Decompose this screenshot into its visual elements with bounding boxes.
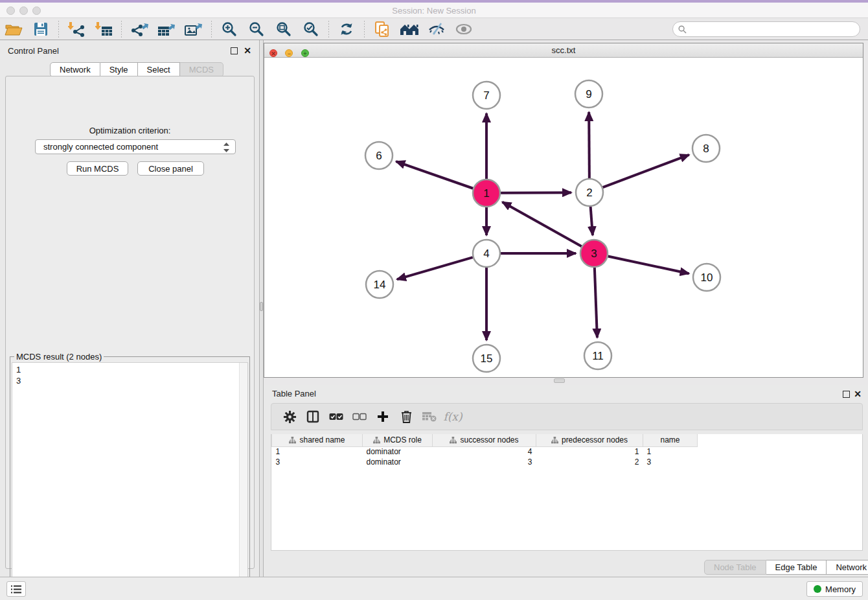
mcds-result-list[interactable]: 1 3	[12, 362, 248, 597]
close-panel-icon[interactable]: ✕	[244, 45, 251, 56]
toolbar-separator	[211, 21, 212, 38]
trash-icon	[401, 410, 412, 423]
table-cell[interactable]: 3	[433, 457, 536, 467]
edge-1-6[interactable]	[396, 161, 473, 189]
plus-icon	[377, 411, 389, 422]
column-header-name[interactable]: name	[643, 434, 698, 446]
close-panel-button[interactable]: Close panel	[137, 161, 204, 176]
export-network-button[interactable]	[128, 19, 151, 39]
vertical-splitter[interactable]	[259, 40, 264, 577]
node-label-10: 10	[701, 271, 713, 284]
table-panel: Table Panel ✕	[264, 385, 868, 577]
network-graph-canvas[interactable]: 7968124314101511	[264, 58, 863, 377]
memory-button[interactable]: Memory	[806, 581, 863, 597]
column-header-successor-nodes[interactable]: successor nodes	[433, 434, 536, 446]
close-table-panel-icon[interactable]: ✕	[854, 389, 862, 399]
node-table-grid[interactable]: shared nameMCDS rolesuccessor nodesprede…	[271, 434, 698, 467]
status-bar: Memory	[0, 577, 868, 600]
tab-mcds[interactable]: MCDS	[180, 62, 223, 77]
clone-network-button[interactable]	[371, 19, 394, 39]
zoom-out-icon	[249, 21, 264, 37]
zoom-in-button[interactable]	[218, 19, 241, 39]
zoom-out-button[interactable]	[245, 19, 268, 39]
edge-3-10[interactable]	[608, 257, 689, 274]
export-image-button[interactable]	[182, 19, 205, 39]
scrollbar-track[interactable]	[239, 363, 247, 596]
edge-2-8[interactable]	[603, 155, 689, 187]
node-label-2: 2	[586, 187, 592, 199]
horizontal-splitter-handle[interactable]	[554, 378, 565, 383]
splitter-handle[interactable]	[260, 302, 263, 311]
criterion-select[interactable]: strongly connected component	[35, 139, 236, 154]
search-input[interactable]	[687, 25, 849, 34]
zoom-fit-button[interactable]	[272, 19, 295, 39]
column-header-MCDS-role[interactable]: MCDS role	[363, 434, 433, 446]
refresh-button[interactable]	[335, 19, 358, 39]
memory-status-icon	[814, 585, 821, 593]
table-settings-button[interactable]	[278, 407, 301, 426]
float-panel-icon[interactable]	[231, 47, 238, 54]
table-cell[interactable]: 1	[272, 446, 363, 457]
node-label-4: 4	[483, 248, 489, 260]
edge-3-1[interactable]	[502, 202, 581, 247]
show-button[interactable]	[452, 19, 475, 39]
hide-button[interactable]	[425, 19, 448, 39]
delete-column-button[interactable]	[394, 407, 418, 426]
save-icon	[34, 22, 48, 36]
table-cell[interactable]: 4	[433, 446, 536, 457]
search-box[interactable]	[672, 21, 860, 37]
table-cell[interactable]: 1	[643, 446, 698, 457]
toolbar-separator	[121, 21, 122, 38]
node-label-7: 7	[483, 89, 489, 102]
edge-2-3[interactable]	[591, 207, 593, 235]
home-button[interactable]	[398, 19, 421, 39]
float-table-panel-icon[interactable]	[843, 391, 850, 398]
create-column-button[interactable]	[371, 407, 394, 426]
edge-2-9[interactable]	[589, 112, 589, 178]
show-columns-button[interactable]	[301, 407, 325, 426]
network-window-titlebar[interactable]: ✕ − + scc.txt	[264, 43, 863, 58]
import-table-button[interactable]	[92, 19, 115, 39]
select-all-rows-button[interactable]	[325, 407, 348, 426]
node-table: shared nameMCDS rolesuccessor nodesprede…	[271, 434, 863, 551]
toolbar-separator	[364, 21, 365, 38]
table-cell[interactable]: dominator	[363, 457, 433, 467]
run-mcds-button[interactable]: Run MCDS	[67, 161, 128, 176]
tab-style[interactable]: Style	[100, 62, 138, 77]
control-panel: Control Panel ✕ Network Style Select MCD…	[0, 40, 259, 577]
column-header-predecessor-nodes[interactable]: predecessor nodes	[536, 434, 643, 446]
table-cell[interactable]: 2	[536, 457, 643, 467]
edge-3-11[interactable]	[595, 268, 597, 338]
node-label-9: 9	[586, 88, 591, 100]
tab-node-table[interactable]: Node Table	[704, 560, 766, 575]
table-row[interactable]: 3dominator323	[272, 457, 698, 467]
edge-1-2[interactable]	[501, 192, 571, 193]
open-session-button[interactable]	[2, 19, 25, 39]
node-label-11: 11	[592, 350, 604, 362]
tab-network[interactable]: Network	[50, 62, 100, 77]
delete-table-button[interactable]	[418, 407, 441, 426]
node-label-8: 8	[703, 143, 709, 155]
zoom-fit-icon	[276, 21, 291, 37]
tab-edge-table[interactable]: Edge Table	[766, 560, 827, 575]
zoom-selected-button[interactable]	[299, 19, 323, 39]
edge-4-14[interactable]	[397, 257, 473, 279]
tab-select[interactable]: Select	[138, 62, 180, 77]
table-cell[interactable]: 3	[643, 457, 698, 467]
zoom-in-icon	[222, 21, 237, 37]
mcds-tab-content: Optimization criterion: strongly connect…	[5, 76, 255, 569]
import-network-button[interactable]	[65, 19, 88, 39]
tab-network-table[interactable]: Network Table	[827, 560, 868, 575]
function-builder-button[interactable]: f(x)	[441, 407, 464, 426]
column-header-shared-name[interactable]: shared name	[272, 434, 363, 446]
mcds-result-line: 3	[16, 375, 247, 386]
deselect-all-rows-button[interactable]	[348, 407, 371, 426]
save-session-button[interactable]	[29, 19, 52, 39]
table-cell[interactable]: dominator	[363, 446, 433, 457]
table-cell[interactable]: 1	[536, 446, 643, 457]
table-row[interactable]: 1dominator411	[272, 446, 698, 457]
export-table-button[interactable]	[155, 19, 178, 39]
task-history-button[interactable]	[6, 581, 26, 597]
table-cell[interactable]: 3	[272, 457, 363, 467]
node-label-1: 1	[483, 187, 489, 200]
